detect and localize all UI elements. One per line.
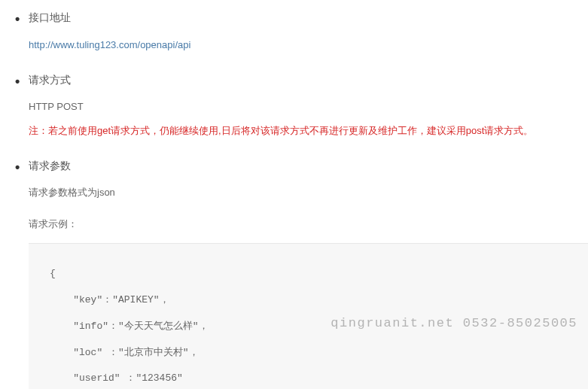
- code-line: {: [50, 266, 588, 282]
- code-example-block: { "key"："APIKEY"， "info"："今天天气怎么样"， "loc…: [29, 243, 588, 389]
- code-line: "key"："APIKEY"，: [50, 293, 588, 308]
- section-title-address: 接口地址: [29, 9, 588, 26]
- api-url-link[interactable]: http://www.tuling123.com/openapi/api: [29, 39, 190, 50]
- code-line: "info"："今天天气怎么样"，: [50, 319, 588, 335]
- method-warning-note: 注：若之前使用get请求方式，仍能继续使用,日后将对该请求方式不再进行更新及维护…: [29, 123, 588, 139]
- http-method-value: HTTP POST: [29, 99, 588, 115]
- code-line: "loc" ："北京市中关村"，: [50, 345, 588, 361]
- params-format-text: 请求参数格式为json: [29, 185, 588, 201]
- example-label: 请求示例：: [29, 217, 588, 232]
- section-request-params: 请求参数 请求参数格式为json 请求示例： { "key"："APIKEY"，…: [0, 154, 588, 389]
- code-line: "userid" ："123456": [50, 371, 588, 387]
- section-title-method: 请求方式: [29, 71, 588, 88]
- section-request-method: 请求方式 HTTP POST 注：若之前使用get请求方式，仍能继续使用,日后将…: [0, 68, 588, 154]
- section-api-address: 接口地址 http://www.tuling123.com/openapi/ap…: [0, 6, 588, 68]
- section-title-params: 请求参数: [29, 157, 588, 174]
